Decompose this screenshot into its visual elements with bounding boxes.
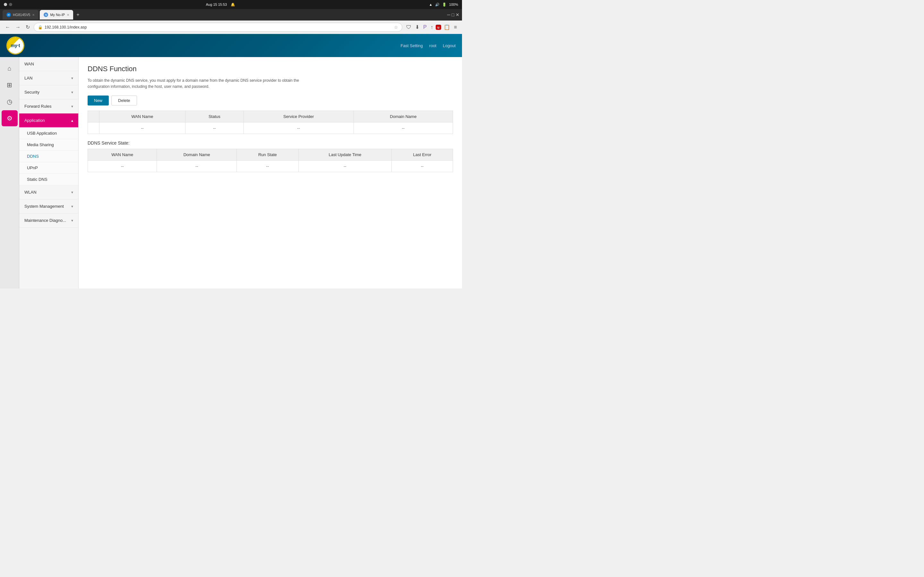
ublock-icon[interactable]: u [436, 25, 441, 30]
download-icon[interactable]: ⬇ [414, 23, 421, 31]
sidebar-icons: ⌂ ⊞ ◷ ⚙ [0, 57, 19, 288]
new-button[interactable]: New [87, 95, 109, 105]
chevron-down-icon: ▾ [71, 190, 73, 195]
action-buttons: New Delete [87, 95, 453, 105]
tab-close-hg[interactable]: ✕ [32, 13, 35, 17]
sidebar-sub-item-media-label: Media Sharing [27, 142, 54, 147]
tab-title-noip: My No-IP [50, 13, 65, 17]
sidebar-item-wan-label: WAN [24, 61, 34, 66]
col-domain-name: Domain Name [354, 111, 453, 122]
tab-hg8145v5[interactable]: H HG8145V5 ✕ [3, 10, 39, 19]
window-maximize-button[interactable]: □ [452, 12, 454, 17]
wifi-icon: ▲ [429, 3, 433, 6]
sidebar-item-application[interactable]: Application ▴ [19, 113, 78, 127]
sidebar-item-maintenance[interactable]: Maintenance Diagno... ▾ [19, 213, 78, 227]
sidebar-item-forward-rules[interactable]: Forward Rules ▾ [19, 99, 78, 113]
shield-toolbar-icon[interactable]: 🛡 [405, 23, 413, 31]
col2-last-update-time: Last Update Time [298, 149, 391, 161]
row-status: -- [185, 122, 244, 134]
battery-label: 100% [449, 3, 458, 6]
sidebar-item-lan[interactable]: LAN ▾ [19, 71, 78, 85]
sidebar-icon-box[interactable]: ⊞ [2, 77, 18, 93]
col-status: Status [185, 111, 244, 122]
chevron-down-icon: ▾ [71, 218, 73, 223]
os-bar-right: ▲ 🔊 🔋 100% [429, 3, 458, 7]
sidebar-sub-item-media[interactable]: Media Sharing [19, 139, 78, 151]
pocket-icon[interactable]: P [422, 23, 428, 31]
ddns-service-state-table: WAN Name Domain Name Run State Last Upda… [87, 149, 453, 172]
row2-run-state: -- [237, 161, 299, 172]
chevron-down-icon: ▾ [71, 90, 73, 95]
sidebar-item-maintenance-label: Maintenance Diagno... [24, 218, 66, 223]
address-input-container[interactable]: 🔒 192.168.100.1/index.asp ☆ [34, 23, 402, 32]
col2-wan-name: WAN Name [88, 149, 157, 161]
col-service-provider: Service Provider [244, 111, 354, 122]
sidebar-nav: WAN LAN ▾ Security ▾ Forward Rules ▾ App… [19, 57, 79, 288]
toolbar-icons: 🛡 ⬇ P ↑ u 📋 ≡ [405, 23, 458, 31]
sidebar-icon-gear[interactable]: ⚙ [2, 110, 18, 126]
sidebar-item-wlan-label: WLAN [24, 190, 37, 195]
col2-last-error: Last Error [392, 149, 453, 161]
sidebar-sub-item-usb[interactable]: USB Application [19, 127, 78, 139]
chevron-down-icon: ▾ [71, 76, 73, 81]
ddns-table: WAN Name Status Service Provider Domain … [87, 111, 453, 134]
sidebar-item-security[interactable]: Security ▾ [19, 85, 78, 99]
bookmark-icon[interactable]: 📋 [443, 23, 451, 31]
service-state-label: DDNS Service State: [87, 140, 453, 145]
bell-icon: 🔔 [231, 3, 235, 7]
sidebar-item-forward-rules-label: Forward Rules [24, 104, 52, 109]
logo-inner: my·t [7, 37, 23, 53]
sidebar-item-wlan[interactable]: WLAN ▾ [19, 185, 78, 199]
tab-add-button[interactable]: + [74, 12, 81, 18]
window-minimize-button[interactable]: ─ [447, 12, 451, 17]
col2-domain-name: Domain Name [157, 149, 237, 161]
share-icon[interactable]: ↑ [429, 23, 435, 31]
sidebar-item-security-label: Security [24, 90, 39, 95]
delete-button[interactable]: Delete [111, 95, 137, 105]
os-dot [4, 3, 7, 6]
sidebar-sub-item-static-dns-label: Static DNS [27, 177, 47, 182]
app-header: my·t Fast Setting root Logout [0, 34, 462, 57]
row-wan-name: -- [99, 122, 186, 134]
row2-last-update-time: -- [298, 161, 391, 172]
menu-icon[interactable]: ≡ [453, 23, 458, 31]
tab-close-noip[interactable]: ✕ [67, 13, 69, 17]
tab-mynoip[interactable]: N My No-IP ✕ [40, 10, 73, 19]
table-row: -- -- -- -- [88, 122, 453, 134]
back-button[interactable]: ← [4, 23, 11, 31]
sidebar-sub-item-ddns-label: DDNS [27, 154, 39, 159]
tab-title-hg: HG8145V5 [13, 13, 30, 17]
address-bar: ← → ↻ 🔒 192.168.100.1/index.asp ☆ 🛡 ⬇ P … [0, 21, 462, 34]
sidebar-item-system-mgmt[interactable]: System Management ▾ [19, 199, 78, 213]
os-bar: Aug 15 15:53 🔔 ▲ 🔊 🔋 100% [0, 0, 462, 9]
sidebar-sub-item-upnp[interactable]: UPnP [19, 162, 78, 174]
os-bar-center: Aug 15 15:53 🔔 [206, 3, 235, 7]
row2-wan-name: -- [88, 161, 157, 172]
page-title: DDNS Function [87, 65, 453, 73]
logo: my·t [6, 37, 24, 55]
main-content: DDNS Function To obtain the dynamic DNS … [79, 57, 462, 288]
window-close-button[interactable]: ✕ [456, 12, 459, 17]
chevron-up-icon: ▴ [71, 118, 73, 123]
row-checkbox-cell [88, 122, 99, 134]
chevron-down-icon: ▾ [71, 104, 73, 109]
reload-button[interactable]: ↻ [24, 23, 31, 31]
star-icon[interactable]: ☆ [394, 25, 398, 30]
forward-button[interactable]: → [14, 23, 22, 31]
sidebar-sub-item-ddns[interactable]: DDNS [19, 151, 78, 162]
sidebar-sub-item-static-dns[interactable]: Static DNS [19, 174, 78, 185]
row2-domain-name: -- [157, 161, 237, 172]
logo-text: my·t [11, 43, 20, 48]
sidebar-sub-item-usb-label: USB Application [27, 131, 57, 135]
logout-link[interactable]: Logout [443, 43, 456, 48]
col-checkbox [88, 111, 99, 122]
os-bar-left [4, 3, 12, 6]
row-service-provider: -- [244, 122, 354, 134]
fast-setting-link[interactable]: Fast Setting [401, 43, 423, 48]
user-label: root [429, 43, 436, 48]
table-row: -- -- -- -- -- [88, 161, 453, 172]
row-domain-name: -- [354, 122, 453, 134]
sidebar-item-wan[interactable]: WAN [19, 57, 78, 71]
sidebar-icon-clock[interactable]: ◷ [2, 93, 18, 110]
sidebar-icon-home[interactable]: ⌂ [2, 60, 18, 76]
